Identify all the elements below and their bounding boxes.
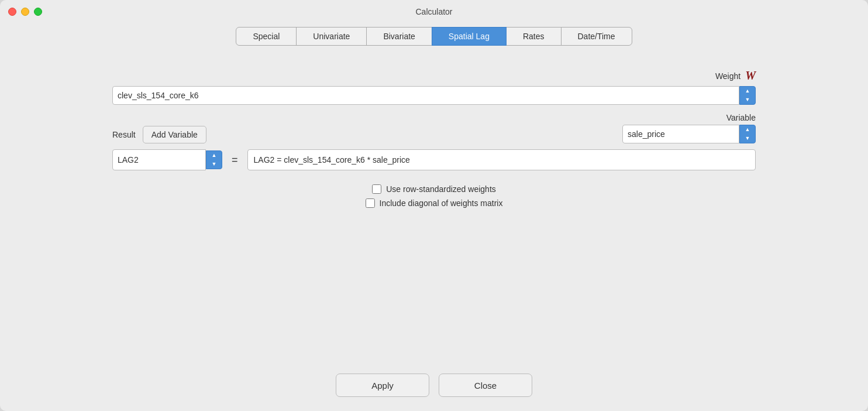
variable-label: Variable [726,113,756,122]
include-diagonal-row: Include diagonal of weights matrix [366,198,503,208]
variable-stepper-down[interactable]: ▼ [740,134,755,143]
result-stepper-up[interactable]: ▲ [206,151,222,160]
titlebar: Calculator [0,0,868,23]
result-label: Result [112,130,136,139]
variable-right: Variable ▲ ▼ [622,113,756,143]
weight-section: Weight W ▲ ▼ [112,69,756,105]
weight-stepper-down[interactable]: ▼ [740,95,755,104]
weight-icon: W [745,69,756,83]
add-variable-button[interactable]: Add Variable [143,126,206,143]
row-standardized-checkbox[interactable] [372,184,381,194]
variable-stepper-up[interactable]: ▲ [740,125,755,134]
weight-input[interactable] [112,86,739,105]
close-button-footer[interactable]: Close [439,374,532,397]
weight-stepper-up[interactable]: ▲ [740,87,755,95]
window-title: Calculator [415,7,452,16]
tab-rates[interactable]: Rates [506,27,562,46]
result-name-container: ▲ ▼ [112,149,222,170]
result-section: Result Add Variable [112,126,206,143]
include-diagonal-label: Include diagonal of weights matrix [380,198,503,208]
tab-datetime[interactable]: Date/Time [561,27,632,46]
weight-dropdown-container: ▲ ▼ [112,86,756,105]
variable-stepper[interactable]: ▲ ▼ [739,125,756,143]
minimize-button[interactable] [21,8,29,16]
main-content: Weight W ▲ ▼ Result Add Variable Variabl… [0,46,868,364]
calculator-window: Calculator Special Univariate Bivariate … [0,0,868,411]
variable-dropdown-row: ▲ ▼ [622,125,756,143]
tab-bivariate[interactable]: Bivariate [366,27,432,46]
result-stepper-down[interactable]: ▼ [206,160,222,169]
variable-input[interactable] [622,125,739,143]
tab-univariate[interactable]: Univariate [296,27,367,46]
maximize-button[interactable] [34,8,42,16]
weight-label: Weight [715,71,740,81]
tab-spatial-lag[interactable]: Spatial Lag [432,27,507,46]
formula-input[interactable] [247,149,756,170]
weight-stepper[interactable]: ▲ ▼ [739,86,756,105]
checkboxes-section: Use row-standardized weights Include dia… [112,184,756,208]
traffic-lights [8,8,42,16]
result-stepper[interactable]: ▲ ▼ [206,150,222,169]
tabs-bar: Special Univariate Bivariate Spatial Lag… [0,23,868,46]
equals-sign: = [232,154,238,166]
weight-label-row: Weight W [112,69,756,83]
include-diagonal-checkbox[interactable] [366,198,375,208]
close-button[interactable] [8,8,16,16]
result-name-input[interactable] [112,149,206,170]
formula-section: ▲ ▼ = [112,149,756,170]
apply-button[interactable]: Apply [336,374,429,397]
footer: Apply Close [0,364,868,411]
tab-special[interactable]: Special [236,27,297,46]
row-standardized-row: Use row-standardized weights [372,184,496,194]
row-standardized-label: Use row-standardized weights [386,184,496,194]
